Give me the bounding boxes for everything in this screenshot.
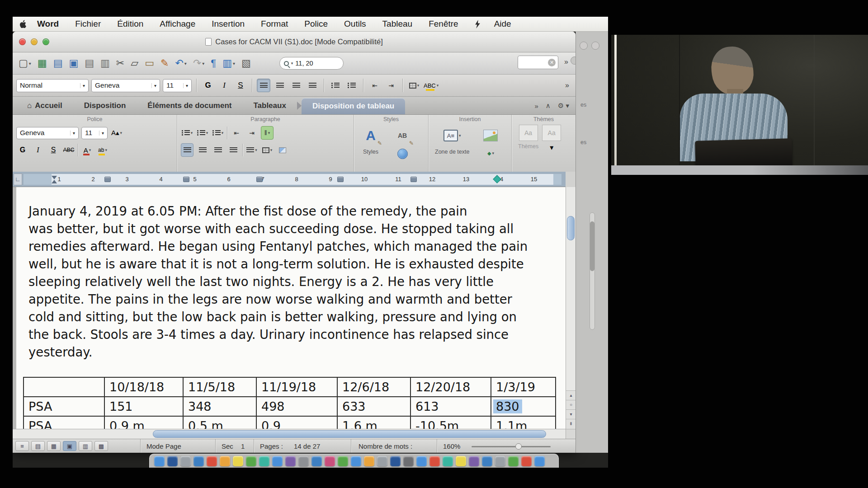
table-cell[interactable]: PSA: [24, 416, 104, 429]
dock-icon[interactable]: [154, 456, 165, 466]
table-header-cell[interactable]: 10/18/18: [104, 377, 183, 397]
menu-item-fichier[interactable]: Fichier: [75, 19, 101, 29]
dock-icon[interactable]: [508, 456, 519, 466]
redo-button[interactable]: ↷▾: [192, 55, 206, 71]
publishing-view-button[interactable]: ▩: [94, 441, 108, 451]
document-page[interactable]: January 4, 2019 at 6.05 PM: After the fi…: [13, 187, 566, 429]
table-cell[interactable]: 0.5 m: [183, 416, 256, 429]
bold-button[interactable]: G: [201, 79, 215, 92]
table-cell[interactable]: -10.5m: [410, 416, 491, 429]
styles-gallery-button[interactable]: A✎: [360, 125, 381, 146]
tab-elements-de-document[interactable]: Éléments de document: [137, 97, 242, 114]
dock-icon[interactable]: [325, 456, 335, 466]
scroll-up-button[interactable]: ▴: [566, 390, 576, 400]
format-painter-button[interactable]: ✎: [159, 55, 170, 71]
draft-view-button[interactable]: ≡: [15, 441, 29, 451]
dock-icon[interactable]: [534, 456, 545, 466]
table-cell[interactable]: PSA: [24, 397, 104, 416]
dock-icon[interactable]: [469, 456, 479, 466]
background-window-button[interactable]: [580, 42, 588, 50]
left-indent-marker[interactable]: [52, 180, 57, 183]
dock-icon[interactable]: [311, 456, 322, 466]
gridlines-toggle-button[interactable]: ‖▾: [261, 126, 274, 140]
menu-item-outils[interactable]: Outils: [344, 19, 366, 29]
paste-button[interactable]: ▭: [143, 55, 156, 71]
italic-button[interactable]: I: [217, 79, 231, 92]
highlight-button[interactable]: ABC▾: [424, 79, 439, 92]
dock-icon[interactable]: [298, 456, 309, 466]
increase-indent-button[interactable]: ⇥: [245, 126, 258, 140]
font-combo[interactable]: Geneva ▾: [91, 79, 160, 92]
increase-indent-button[interactable]: ⇥: [384, 79, 398, 92]
toolbar-text-field[interactable]: ✕: [518, 56, 558, 69]
theme-thumbnail[interactable]: Aa: [542, 125, 561, 141]
ribbon-bold-button[interactable]: G: [16, 143, 29, 157]
print-view-button[interactable]: ▣: [63, 441, 76, 451]
menu-item-aide[interactable]: Aide: [494, 19, 511, 29]
menu-item-format[interactable]: Format: [261, 19, 288, 29]
next-page-button[interactable]: ⇟: [566, 419, 576, 428]
ribbon-overflow-chevron[interactable]: »: [535, 102, 538, 110]
multilevel-list-button[interactable]: ▾: [212, 126, 224, 140]
table-cell[interactable]: 151: [104, 397, 183, 416]
dock-icon[interactable]: [403, 456, 414, 466]
applescript-icon[interactable]: [475, 19, 481, 29]
toolbar-edge-button[interactable]: [571, 56, 576, 65]
ribbon-font-combo[interactable]: Geneva ▾: [16, 127, 79, 139]
menu-item-word[interactable]: Word: [37, 19, 59, 29]
style-brush-button[interactable]: AB✎: [392, 125, 413, 146]
outline-view-button[interactable]: ▦: [47, 441, 61, 451]
scroll-down-button[interactable]: ▾: [566, 409, 576, 419]
zoom-slider-knob[interactable]: [515, 443, 522, 450]
dock-icon[interactable]: [416, 456, 427, 466]
dock-icon[interactable]: [233, 456, 243, 466]
dock-icon[interactable]: [338, 456, 348, 466]
table-header-cell[interactable]: 12/6/18: [337, 377, 410, 397]
menu-item-insertion[interactable]: Insertion: [212, 19, 245, 29]
tab-type-selector[interactable]: ∟: [14, 174, 22, 185]
menu-item-police[interactable]: Police: [304, 19, 328, 29]
browse-object-button[interactable]: ○: [566, 400, 576, 409]
bulleted-list-button[interactable]: ▾: [181, 126, 193, 140]
word-count-label[interactable]: Nombre de mots :: [359, 442, 412, 450]
shading-button[interactable]: [276, 143, 289, 157]
dock-icon[interactable]: [390, 456, 401, 466]
navigation-pane-button[interactable]: ▧: [240, 55, 252, 71]
tab-disposition[interactable]: Disposition: [73, 97, 137, 114]
open-button[interactable]: ▤: [52, 55, 64, 71]
background-window-button[interactable]: [591, 42, 599, 50]
table-cell[interactable]: 1.1m: [491, 416, 556, 429]
ribbon-strikethrough-button[interactable]: ABC: [62, 143, 75, 157]
gear-icon[interactable]: ⚙ ▾: [558, 102, 569, 110]
dock-icon[interactable]: [193, 456, 204, 466]
table-column-marker[interactable]: [104, 177, 111, 182]
print-preview-button[interactable]: ▥: [99, 55, 111, 71]
menu-item-edition[interactable]: Édition: [117, 19, 143, 29]
decrease-indent-button[interactable]: ⇤: [368, 79, 382, 92]
title-bar[interactable]: Cases for CACM VII (S1).doc [Mode Compat…: [13, 32, 576, 52]
dock-icon[interactable]: [456, 456, 466, 466]
align-center-button[interactable]: [196, 143, 209, 157]
background-scroll-thumb[interactable]: [590, 221, 594, 271]
dock-icon[interactable]: [482, 456, 492, 466]
align-center-button[interactable]: [273, 79, 287, 92]
table-column-marker[interactable]: [410, 177, 417, 182]
ribbon-italic-button[interactable]: I: [32, 143, 44, 157]
dock-icon[interactable]: [443, 456, 453, 466]
dock-icon[interactable]: [167, 456, 178, 466]
table-header-cell[interactable]: [24, 377, 104, 397]
table-cell[interactable]: 0.9: [256, 416, 337, 429]
text-box-button[interactable]: A≡▾: [442, 125, 462, 146]
dock-icon[interactable]: [180, 456, 191, 466]
dock-icon[interactable]: [272, 456, 283, 466]
new-document-button[interactable]: ▢▾: [17, 55, 33, 71]
search-input[interactable]: ▾ 11, 20: [279, 57, 344, 70]
font-size-combo[interactable]: 11 ▾: [163, 79, 192, 92]
toolbar-overflow-chevron[interactable]: »: [564, 58, 568, 66]
bulleted-list-button[interactable]: [345, 79, 359, 92]
table-header-cell[interactable]: 11/5/18: [183, 377, 256, 397]
style-combo[interactable]: Normal ▾: [16, 79, 89, 92]
borders-button[interactable]: ▾: [407, 79, 421, 92]
table-cell[interactable]: 1.6 m: [337, 416, 410, 429]
zoom-slider-track[interactable]: [472, 446, 551, 447]
